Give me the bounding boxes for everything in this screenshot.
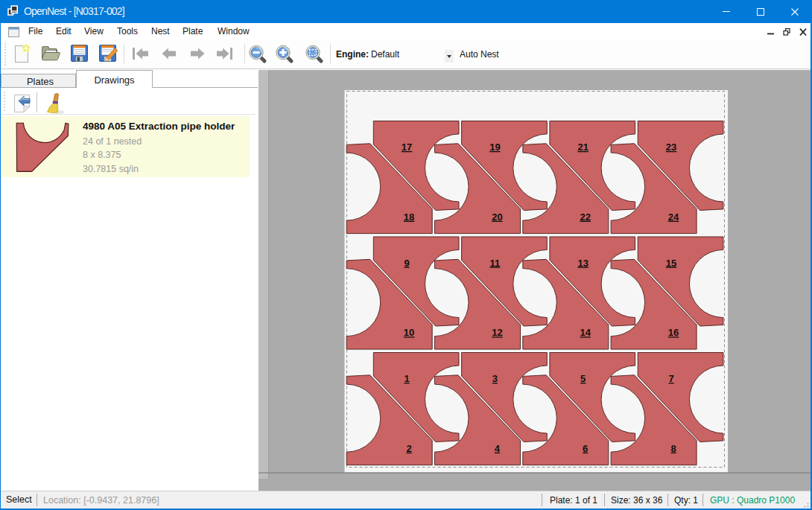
svg-text:13: 13 <box>577 258 588 269</box>
svg-text:15: 15 <box>666 258 676 269</box>
svg-text:18: 18 <box>404 211 414 223</box>
svg-text:21: 21 <box>577 141 588 153</box>
svg-text:23: 23 <box>666 141 676 153</box>
svg-text:9: 9 <box>404 258 409 269</box>
svg-text:8: 8 <box>670 443 676 454</box>
svg-text:10: 10 <box>404 327 414 338</box>
svg-text:22: 22 <box>580 211 590 223</box>
svg-text:17: 17 <box>402 141 412 153</box>
svg-text:20: 20 <box>492 211 502 223</box>
svg-text:2: 2 <box>406 443 411 454</box>
svg-text:12: 12 <box>492 327 502 338</box>
svg-text:16: 16 <box>668 327 679 338</box>
svg-text:5: 5 <box>580 373 586 384</box>
svg-text:7: 7 <box>668 373 673 384</box>
svg-text:6: 6 <box>583 443 588 454</box>
svg-text:14: 14 <box>580 327 591 338</box>
svg-text:1: 1 <box>404 373 409 384</box>
svg-text:24: 24 <box>668 211 679 223</box>
svg-text:19: 19 <box>489 141 500 153</box>
svg-text:3: 3 <box>492 373 498 384</box>
svg-text:11: 11 <box>490 258 501 269</box>
svg-text:4: 4 <box>495 443 501 454</box>
